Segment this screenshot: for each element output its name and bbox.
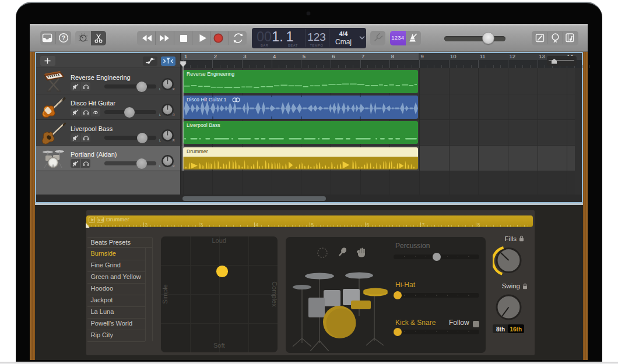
svg-text:?: ? [62, 34, 65, 41]
